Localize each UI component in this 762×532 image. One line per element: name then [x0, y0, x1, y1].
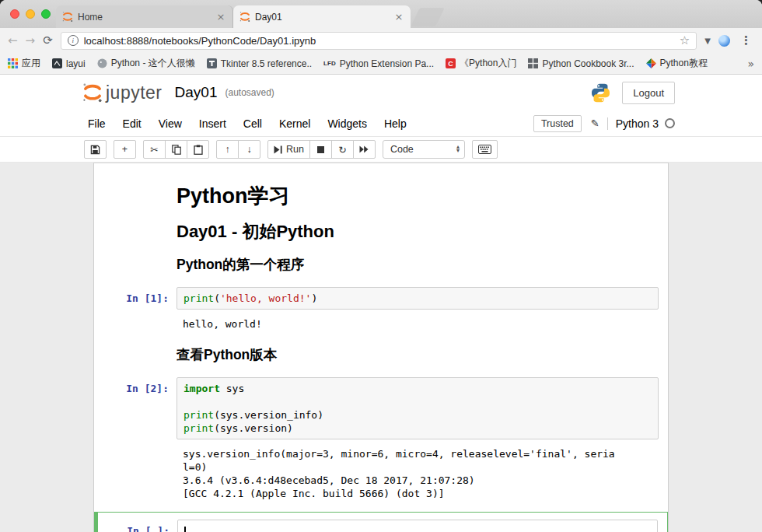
input-prompt: In [2]: — [103, 377, 177, 395]
interrupt-kernel-button[interactable] — [309, 140, 332, 159]
python-logo-icon — [590, 82, 611, 103]
markdown-cell-day[interactable]: Day01 - 初始Python — [94, 215, 668, 249]
code-cell-3-selected[interactable]: In [ ]: — [94, 512, 668, 532]
stop-icon — [317, 146, 324, 153]
bookmark-label: Tkinter 8.5 reference.. — [221, 58, 312, 69]
cell-type-value: Code — [390, 144, 414, 155]
save-button[interactable] — [84, 140, 107, 159]
paste-icon — [194, 145, 203, 155]
tutorial-icon — [646, 58, 656, 68]
bookmark-tkinter[interactable]: Tkinter 8.5 reference.. — [207, 58, 312, 69]
close-icon[interactable]: × — [215, 11, 226, 23]
bookmark-layui[interactable]: layui — [52, 58, 86, 69]
menu-insert[interactable]: Insert — [190, 117, 235, 130]
prompt-spacer — [103, 346, 177, 351]
browser-window: Home × Day01 × ← → ⟳ i localhost:8888/no… — [0, 0, 762, 532]
notebook-heading3-second: 查看Python版本 — [177, 346, 659, 363]
restart-kernel-button[interactable]: ↻ — [331, 140, 354, 159]
reload-icon[interactable]: ⟳ — [43, 35, 53, 47]
jupyter-logo-text: jupyter — [106, 82, 163, 103]
code-input[interactable]: print('hello, world!') — [177, 287, 659, 310]
cell-output: sys.version_info(major=3, minor=6, micro… — [177, 439, 624, 502]
copy-cell-button[interactable] — [165, 140, 187, 159]
menu-file[interactable]: File — [79, 117, 114, 130]
download-arrow-icon[interactable]: ▼ — [704, 37, 711, 45]
move-cell-down-button[interactable]: ↓ — [238, 140, 260, 159]
keyboard-icon — [478, 145, 491, 154]
tab-day01[interactable]: Day01 × — [233, 5, 411, 28]
menu-widgets[interactable]: Widgets — [319, 117, 376, 130]
window-zoom-button[interactable] — [41, 9, 51, 19]
lfd-icon: LFD — [323, 60, 336, 67]
input-prompt: In [ ]: — [104, 520, 177, 532]
info-icon[interactable]: i — [68, 35, 79, 46]
restart-run-all-button[interactable] — [353, 140, 376, 159]
cell-type-select[interactable]: Code ▴▾ — [383, 140, 465, 159]
close-icon[interactable]: × — [393, 11, 404, 23]
bookmark-python-intro[interactable]: C 《Python入门 — [446, 57, 516, 70]
apps-grid-icon — [8, 58, 18, 68]
trusted-button[interactable]: Trusted — [533, 115, 582, 132]
logout-button[interactable]: Logout — [622, 82, 675, 104]
bookmark-python-extension[interactable]: LFD Python Extension Pa... — [323, 58, 434, 69]
python-blog-icon — [97, 58, 107, 68]
notebook-heading2: Day01 - 初始Python — [177, 222, 659, 242]
menu-help[interactable]: Help — [376, 117, 415, 130]
menu-view[interactable]: View — [150, 117, 190, 130]
jupyter-favicon-icon — [62, 11, 73, 23]
bookmark-label: Python Cookbook 3r... — [542, 58, 634, 69]
paste-cell-button[interactable] — [187, 140, 209, 159]
select-arrows-icon: ▴▾ — [456, 145, 460, 153]
bookmark-cookbook[interactable]: Python Cookbook 3r... — [528, 58, 634, 69]
markdown-cell-first-program[interactable]: Python的第一个程序 — [94, 249, 668, 280]
layui-icon — [52, 58, 62, 68]
window-controls — [10, 9, 51, 19]
code-input-editing[interactable] — [177, 520, 658, 532]
run-label: Run — [286, 144, 304, 155]
add-cell-button[interactable]: + — [114, 140, 136, 159]
run-cell-button[interactable]: Run — [267, 140, 310, 159]
csdn-icon: C — [446, 58, 456, 68]
browser-menu-icon[interactable]: ⋮ — [738, 33, 754, 47]
jupyter-header: jupyter Day01 (autosaved) Logout — [0, 75, 762, 110]
menu-kernel[interactable]: Kernel — [271, 117, 319, 130]
bookmark-python-blog[interactable]: Python - 这个人很懒 — [97, 57, 195, 70]
move-cell-up-button[interactable]: ↑ — [216, 140, 239, 159]
command-palette-button[interactable] — [472, 140, 498, 159]
markdown-cell-version[interactable]: 查看Python版本 — [94, 339, 668, 370]
bookmark-apps[interactable]: 应用 — [8, 57, 40, 70]
notebook-toolbar: + ✂ ↑ ↓ — [0, 137, 762, 163]
tab-title: Home — [78, 12, 211, 23]
notebook-title[interactable]: Day01 — [175, 84, 218, 101]
edit-mode-pencil-icon: ✎ — [591, 117, 599, 129]
bookmark-label: 《Python入门 — [460, 57, 516, 70]
save-icon — [90, 145, 100, 155]
tab-home[interactable]: Home × — [56, 5, 233, 28]
cell-output: hello, world! — [177, 310, 624, 332]
bookmark-star-icon[interactable]: ☆ — [680, 33, 690, 47]
forward-icon[interactable]: → — [26, 35, 36, 47]
address-bar[interactable]: i localhost:8888/notebooks/PythonCode/Da… — [61, 32, 697, 50]
code-cell-2[interactable]: In [2]: import sys print(sys.version_inf… — [94, 370, 668, 509]
tab-strip: Home × Day01 × — [0, 0, 762, 28]
run-icon — [274, 145, 282, 154]
bookmark-label: Python - 这个人很懒 — [111, 57, 195, 70]
jupyter-logo[interactable]: jupyter — [82, 82, 163, 103]
bookmark-python-tutorial[interactable]: Python教程 — [646, 57, 708, 70]
menu-edit[interactable]: Edit — [114, 117, 150, 130]
new-tab-button[interactable] — [411, 8, 445, 26]
menu-cell[interactable]: Cell — [235, 117, 271, 130]
back-icon[interactable]: ← — [8, 35, 18, 47]
copy-icon — [172, 145, 181, 155]
window-close-button[interactable] — [10, 9, 19, 19]
bookmark-label: Python教程 — [660, 57, 708, 70]
prompt-spacer — [103, 222, 177, 226]
cut-cell-button[interactable]: ✂ — [143, 140, 166, 159]
window-minimize-button[interactable] — [26, 9, 35, 19]
bookmarks-overflow-icon[interactable]: » — [747, 58, 754, 70]
globe-extension-icon[interactable] — [718, 35, 730, 47]
markdown-cell-title[interactable]: Python学习 — [94, 177, 668, 215]
code-cell-1[interactable]: In [1]: print('hello, world!') hello, wo… — [94, 280, 668, 339]
code-input[interactable]: import sys print(sys.version_info)print(… — [177, 377, 659, 439]
fast-forward-icon — [359, 145, 369, 153]
